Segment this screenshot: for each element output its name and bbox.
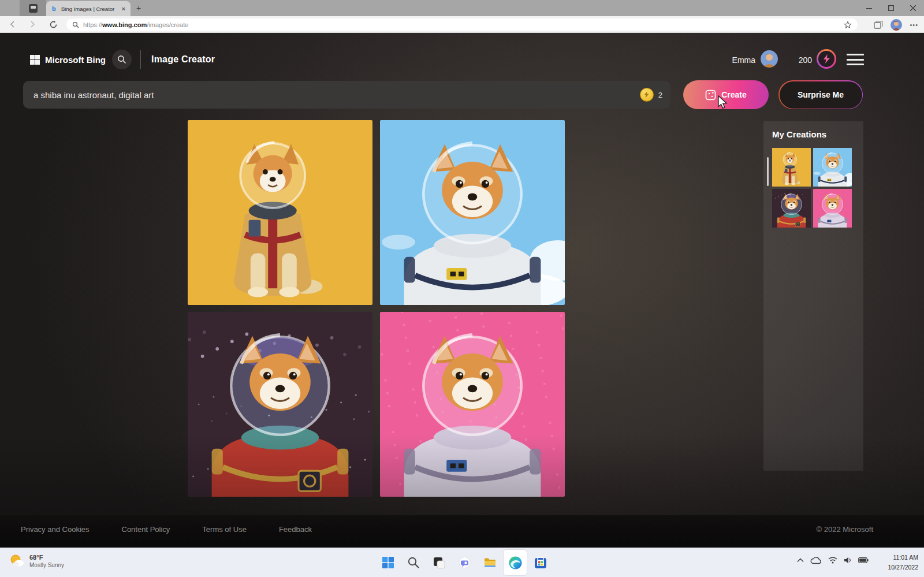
tab-title: Bing Images | Creator <box>61 6 117 12</box>
site-header: Microsoft Bing Image Creator Emma 200 <box>0 33 924 86</box>
prompt-text: a shiba inu astronaut, digital art <box>33 90 640 100</box>
url-text: https://www.bing.com/images/create <box>83 21 188 28</box>
browser-profile-avatar[interactable] <box>891 19 902 31</box>
search-icon <box>117 55 126 64</box>
bing-favicon-icon: b <box>51 5 58 12</box>
taskbar-search-icon[interactable] <box>402 550 425 575</box>
browser-workspace-button[interactable] <box>20 0 46 16</box>
my-creations-title: My Creations <box>772 129 826 139</box>
generated-image-3[interactable] <box>188 312 372 497</box>
prompt-input[interactable]: a shiba inu astronaut, digital art 2 <box>23 81 670 109</box>
close-tab-icon[interactable]: ✕ <box>120 6 127 12</box>
create-label: Create <box>721 90 747 99</box>
start-icon[interactable] <box>377 550 400 575</box>
more-dots-icon[interactable]: ••• <box>910 21 918 28</box>
generated-image-1[interactable] <box>188 120 372 305</box>
page-title: Image Creator <box>151 54 215 65</box>
boost-icon[interactable] <box>817 49 836 69</box>
weather-temp: 68°F <box>29 554 64 561</box>
user-avatar[interactable] <box>761 50 778 68</box>
chevron-up-icon[interactable] <box>797 558 804 563</box>
footer-link-feedback[interactable]: Feedback <box>279 525 312 534</box>
header-search-button[interactable] <box>112 50 132 69</box>
collections-icon[interactable] <box>874 21 883 29</box>
bing-image-creator-page: Microsoft Bing Image Creator Emma 200 a … <box>0 33 924 548</box>
svg-text:b: b <box>52 5 56 12</box>
copyright: © 2022 Microsoft <box>817 525 873 534</box>
clock-time: 11:01 AM <box>888 553 918 563</box>
battery-icon[interactable] <box>858 557 869 563</box>
credits-count: 200 <box>792 55 812 65</box>
creations-thumbnails <box>772 148 853 228</box>
dice-icon <box>705 90 716 100</box>
coin-icon <box>640 88 654 102</box>
my-creations-panel: My Creations <box>763 121 863 471</box>
surprise-me-button[interactable]: Surprise Me <box>778 80 863 109</box>
creation-thumbnail-1[interactable] <box>772 148 811 187</box>
microsoft-logo-icon <box>30 55 40 65</box>
footer-link-content-policy[interactable]: Content Policy <box>122 525 170 534</box>
maximize-icon[interactable] <box>880 0 902 16</box>
file-explorer-icon[interactable] <box>478 550 501 575</box>
system-tray <box>797 556 869 564</box>
taskbar-apps <box>377 550 552 575</box>
address-bar[interactable]: https://www.bing.com/images/create <box>66 18 858 31</box>
creation-thumbnail-3[interactable] <box>772 189 811 228</box>
browser-toolbar: https://www.bing.com/images/create ••• <box>0 16 924 33</box>
hamburger-icon[interactable] <box>847 54 864 65</box>
browser-tabstrip: b Bing Images | Creator ✕ + <box>0 0 924 16</box>
generated-images-grid <box>188 120 565 497</box>
search-icon <box>72 21 79 28</box>
site-footer: Privacy and Cookies Content Policy Terms… <box>0 515 924 548</box>
create-button[interactable]: Create <box>683 80 769 109</box>
creations-scrollbar[interactable] <box>767 157 769 186</box>
generated-image-4[interactable] <box>380 312 565 497</box>
minimize-icon[interactable] <box>858 0 880 16</box>
clock-date: 10/27/2022 <box>888 563 918 572</box>
weather-icon <box>8 552 25 569</box>
favorites-star-icon[interactable] <box>844 21 852 29</box>
close-icon[interactable] <box>902 0 924 16</box>
boosts-remaining: 2 <box>658 91 662 99</box>
brand-name[interactable]: Microsoft Bing <box>45 55 106 65</box>
browser-tab[interactable]: b Bing Images | Creator ✕ <box>46 1 131 16</box>
volume-icon[interactable] <box>844 557 852 564</box>
wifi-icon[interactable] <box>828 557 837 564</box>
edge-icon[interactable] <box>504 550 527 575</box>
weather-widget[interactable]: 68°F Mostly Sunny <box>8 552 64 569</box>
header-divider <box>140 50 141 69</box>
surprise-label: Surprise Me <box>798 90 844 99</box>
forward-icon[interactable] <box>27 19 38 29</box>
footer-link-terms[interactable]: Terms of Use <box>202 525 247 534</box>
footer-link-privacy[interactable]: Privacy and Cookies <box>21 525 90 534</box>
task-view-icon[interactable] <box>427 550 450 575</box>
refresh-icon[interactable] <box>48 19 58 29</box>
onedrive-icon[interactable] <box>810 556 822 564</box>
creation-thumbnail-4[interactable] <box>813 189 852 228</box>
weather-desc: Mostly Sunny <box>29 562 64 568</box>
chat-icon[interactable] <box>453 550 476 575</box>
taskbar-clock[interactable]: 11:01 AM 10/27/2022 <box>888 553 918 572</box>
windows-taskbar: 68°F Mostly Sunny 11: <box>0 548 924 577</box>
new-tab-icon[interactable]: + <box>134 3 143 13</box>
workspace-icon <box>29 4 38 13</box>
creation-thumbnail-2[interactable] <box>813 148 852 187</box>
microsoft-store-icon[interactable] <box>529 550 552 575</box>
generated-image-2[interactable] <box>380 120 565 305</box>
back-icon[interactable] <box>8 19 18 29</box>
user-name[interactable]: Emma <box>729 55 755 65</box>
